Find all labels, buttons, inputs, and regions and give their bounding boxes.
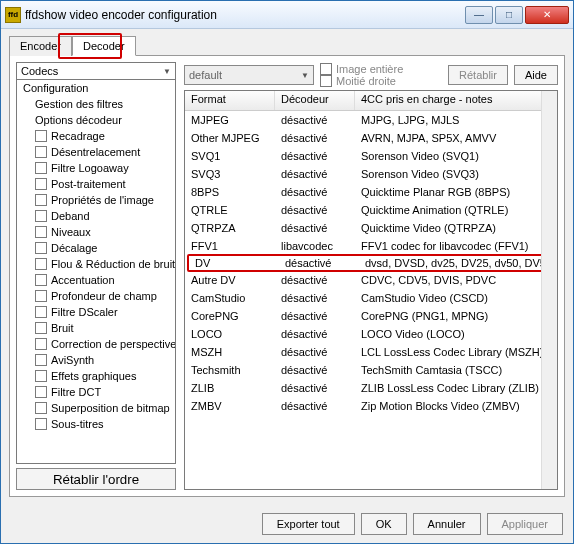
cell-c1: SVQ3: [185, 168, 275, 180]
table-row[interactable]: QTRPZAdésactivéQuicktime Video (QTRPZA): [185, 219, 557, 237]
cell-c3: Sorenson Video (SVQ1): [355, 150, 557, 162]
table-row[interactable]: SVQ3désactivéSorenson Video (SVQ3): [185, 165, 557, 183]
cell-c1: FFV1: [185, 240, 275, 252]
export-all-button[interactable]: Exporter tout: [262, 513, 355, 535]
col-notes[interactable]: 4CC pris en charge - notes: [355, 91, 557, 110]
cell-c1: ZMBV: [185, 400, 275, 412]
table-row[interactable]: MSZHdésactivéLCL LossLess Codec Library …: [185, 343, 557, 361]
tree-item[interactable]: Options décodeur: [17, 112, 175, 128]
tree-item[interactable]: Filtre DCT: [17, 384, 175, 400]
filter-tree[interactable]: ConfigurationGestion des filtresOptions …: [16, 80, 176, 464]
ok-button[interactable]: OK: [361, 513, 407, 535]
checkbox[interactable]: [35, 306, 47, 318]
checkbox[interactable]: [35, 402, 47, 414]
cell-c3: MJPG, LJPG, MJLS: [355, 114, 557, 126]
table-row[interactable]: TechsmithdésactivéTechSmith Camtasia (TS…: [185, 361, 557, 379]
tree-item[interactable]: Effets graphiques: [17, 368, 175, 384]
checkbox[interactable]: [35, 290, 47, 302]
cancel-button[interactable]: Annuler: [413, 513, 481, 535]
table-row[interactable]: CorePNGdésactivéCorePNG (PNG1, MPNG): [185, 307, 557, 325]
checkbox[interactable]: [35, 194, 47, 206]
checkbox[interactable]: [35, 354, 47, 366]
tree-item[interactable]: Profondeur de champ: [17, 288, 175, 304]
checkbox[interactable]: [35, 418, 47, 430]
checkbox[interactable]: [35, 162, 47, 174]
table-row[interactable]: MJPEGdésactivéMJPG, LJPG, MJLS: [185, 111, 557, 129]
table-row[interactable]: ZMBVdésactivéZip Motion Blocks Video (ZM…: [185, 397, 557, 415]
tab-decoder[interactable]: Decoder: [72, 36, 136, 56]
checkbox[interactable]: [35, 130, 47, 142]
close-button[interactable]: ✕: [525, 6, 569, 24]
tree-item[interactable]: Filtre Logoaway: [17, 160, 175, 176]
tree-item-label: Configuration: [23, 82, 88, 94]
table-row[interactable]: CamStudiodésactivéCamStudio Video (CSCD): [185, 289, 557, 307]
tree-item[interactable]: Décalage: [17, 240, 175, 256]
table-row[interactable]: ZLIBdésactivéZLIB LossLess Codec Library…: [185, 379, 557, 397]
cell-c1: CorePNG: [185, 310, 275, 322]
tree-item[interactable]: Propriétés de l'image: [17, 192, 175, 208]
tree-item[interactable]: Superposition de bitmap: [17, 400, 175, 416]
tree-item[interactable]: Configuration: [17, 80, 175, 96]
tree-item-label: Recadrage: [51, 130, 105, 142]
tree-item[interactable]: AviSynth: [17, 352, 175, 368]
tab-encoder[interactable]: Encoder: [9, 36, 72, 56]
tree-item[interactable]: Post-traitement: [17, 176, 175, 192]
tree-item[interactable]: Recadrage: [17, 128, 175, 144]
checkbox[interactable]: [320, 63, 332, 75]
table-row[interactable]: DVdésactivédvsd, DVSD, dv25, DV25, dv50,…: [187, 254, 555, 272]
tree-item[interactable]: Désentrelacement: [17, 144, 175, 160]
cell-c1: DV: [189, 257, 279, 269]
cell-c1: MSZH: [185, 346, 275, 358]
cell-c1: Other MJPEG: [185, 132, 275, 144]
table-row[interactable]: 8BPSdésactivéQuicktime Planar RGB (8BPS): [185, 183, 557, 201]
checkbox[interactable]: [35, 370, 47, 382]
cell-c1: Autre DV: [185, 274, 275, 286]
restore-order-button[interactable]: Rétablir l'ordre: [16, 468, 176, 490]
checkbox[interactable]: [35, 274, 47, 286]
help-button[interactable]: Aide: [514, 65, 558, 85]
tree-item[interactable]: Niveaux: [17, 224, 175, 240]
checkbox[interactable]: [35, 386, 47, 398]
tree-item-label: Filtre Logoaway: [51, 162, 129, 174]
codec-grid[interactable]: Format Décodeur 4CC pris en charge - not…: [184, 90, 558, 490]
tree-item[interactable]: Sous-titres: [17, 416, 175, 432]
table-row[interactable]: QTRLEdésactivéQuicktime Animation (QTRLE…: [185, 201, 557, 219]
checkbox[interactable]: [35, 226, 47, 238]
checkbox[interactable]: [35, 210, 47, 222]
tree-item[interactable]: Accentuation: [17, 272, 175, 288]
checkbox[interactable]: [35, 146, 47, 158]
tree-item[interactable]: Filtre DScaler: [17, 304, 175, 320]
maximize-button[interactable]: □: [495, 6, 523, 24]
tree-item-label: Post-traitement: [51, 178, 126, 190]
app-icon: ffd: [5, 7, 21, 23]
preset-dropdown[interactable]: default ▼: [184, 65, 314, 85]
apply-button[interactable]: Appliquer: [487, 513, 563, 535]
table-row[interactable]: Other MJPEGdésactivéAVRN, MJPA, SP5X, AM…: [185, 129, 557, 147]
reset-button[interactable]: Rétablir: [448, 65, 508, 85]
checkbox[interactable]: [35, 178, 47, 190]
tree-item[interactable]: Correction de perspective: [17, 336, 175, 352]
tree-header[interactable]: Codecs ▼: [16, 62, 176, 80]
checkbox[interactable]: [35, 322, 47, 334]
tree-item[interactable]: Deband: [17, 208, 175, 224]
table-row[interactable]: Autre DVdésactivéCDVC, CDV5, DVIS, PDVC: [185, 271, 557, 289]
tree-item[interactable]: Gestion des filtres: [17, 96, 175, 112]
table-row[interactable]: FFV1libavcodecFFV1 codec for libavcodec …: [185, 237, 557, 255]
vertical-scrollbar[interactable]: [541, 91, 557, 489]
table-row[interactable]: SVQ1désactivéSorenson Video (SVQ1): [185, 147, 557, 165]
table-row[interactable]: LOCOdésactivéLOCO Video (LOCO): [185, 325, 557, 343]
checkbox[interactable]: [35, 242, 47, 254]
window: ffd ffdshow video encoder configuration …: [0, 0, 574, 544]
tree-item-label: Sous-titres: [51, 418, 104, 430]
tree-item-label: Propriétés de l'image: [51, 194, 154, 206]
tree-item[interactable]: Bruit: [17, 320, 175, 336]
checkbox[interactable]: [35, 258, 47, 270]
checkbox[interactable]: [320, 75, 332, 87]
tree-item-label: Gestion des filtres: [35, 98, 123, 110]
cell-c2: désactivé: [275, 186, 355, 198]
tree-item[interactable]: Flou & Réduction de bruit: [17, 256, 175, 272]
col-format[interactable]: Format: [185, 91, 275, 110]
checkbox[interactable]: [35, 338, 47, 350]
col-decoder[interactable]: Décodeur: [275, 91, 355, 110]
minimize-button[interactable]: —: [465, 6, 493, 24]
